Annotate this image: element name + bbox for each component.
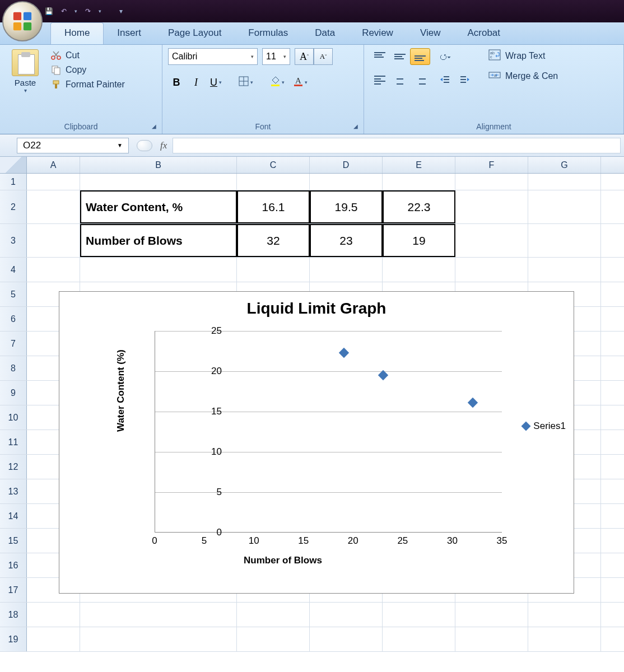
embedded-chart[interactable]: Liquid Limit Graph Water Content (%) Num… — [59, 291, 574, 594]
row-header[interactable]: 12 — [0, 455, 27, 479]
cell-B3[interactable]: Number of Blows — [80, 224, 237, 257]
align-center-button[interactable] — [390, 72, 410, 88]
tab-home[interactable]: Home — [50, 22, 104, 44]
column-header-G[interactable]: G — [528, 157, 601, 173]
font-dialog-launcher-icon[interactable]: ◢ — [353, 123, 361, 131]
tab-review[interactable]: Review — [348, 23, 407, 44]
align-middle-button[interactable] — [390, 48, 410, 65]
underline-button[interactable]: U — [207, 73, 225, 92]
cell-B2[interactable]: Water Content, % — [80, 190, 237, 223]
wrap-text-button[interactable]: abc Wrap Text — [486, 48, 560, 64]
font-name-combo[interactable]: Calibri▾ — [168, 48, 258, 65]
cell-E19[interactable] — [383, 627, 455, 651]
borders-button[interactable] — [236, 73, 256, 92]
align-right-button[interactable] — [410, 72, 430, 88]
cell-D1[interactable] — [310, 174, 383, 190]
cell-D18[interactable] — [310, 603, 383, 627]
tab-formulas[interactable]: Formulas — [235, 23, 301, 44]
office-button[interactable] — [2, 1, 43, 41]
cell-C3[interactable]: 32 — [237, 224, 310, 257]
cell-B4[interactable] — [80, 258, 237, 282]
cell-A1[interactable] — [27, 174, 80, 190]
cell-E4[interactable] — [383, 258, 455, 282]
row-header[interactable]: 13 — [0, 479, 27, 503]
row-header[interactable]: 5 — [0, 282, 27, 306]
font-size-combo[interactable]: 11▾ — [262, 48, 290, 65]
column-header-D[interactable]: D — [310, 157, 383, 173]
row-header[interactable]: 18 — [0, 603, 27, 627]
cell-A4[interactable] — [27, 258, 80, 282]
undo-icon[interactable]: ↶ — [61, 7, 67, 15]
column-header-A[interactable]: A — [27, 157, 80, 173]
cell-A3[interactable] — [27, 224, 80, 257]
orientation-button[interactable]: ⭯▾ — [435, 48, 455, 65]
cell-D2[interactable]: 19.5 — [310, 190, 383, 223]
cell-F3[interactable] — [455, 224, 528, 257]
row-header[interactable]: 17 — [0, 578, 27, 602]
row-header[interactable]: 9 — [0, 381, 27, 405]
shrink-font-button[interactable]: Aˇ — [314, 48, 333, 65]
cell-F19[interactable] — [455, 627, 528, 651]
row-header[interactable]: 8 — [0, 356, 27, 380]
row-header[interactable]: 16 — [0, 553, 27, 577]
redo-icon[interactable]: ↷ — [85, 7, 91, 15]
italic-button[interactable]: I — [188, 73, 204, 92]
save-icon[interactable]: 💾 — [45, 7, 53, 15]
undo-dropdown-icon[interactable]: ▾ — [74, 8, 77, 14]
cell-E3[interactable]: 19 — [383, 224, 455, 257]
cell-B1[interactable] — [80, 174, 237, 190]
cell-G1[interactable] — [528, 174, 601, 190]
paste-dropdown-icon[interactable]: ▾ — [6, 87, 45, 94]
row-header[interactable]: 4 — [0, 258, 27, 282]
row-header[interactable]: 11 — [0, 430, 27, 454]
row-header[interactable]: 3 — [0, 224, 27, 257]
qat-customize-icon[interactable]: ▾ — [119, 7, 123, 15]
cell-F4[interactable] — [455, 258, 528, 282]
grow-font-button[interactable]: Aˆ — [295, 48, 314, 65]
tab-acrobat[interactable]: Acrobat — [454, 23, 514, 44]
cell-C19[interactable] — [237, 627, 310, 651]
row-header[interactable]: 2 — [0, 190, 27, 223]
row-header[interactable]: 15 — [0, 529, 27, 553]
cell-G4[interactable] — [528, 258, 601, 282]
cell-E1[interactable] — [383, 174, 455, 190]
column-header-B[interactable]: B — [80, 157, 237, 173]
paste-button[interactable]: Paste ▾ — [6, 48, 45, 94]
cell-F2[interactable] — [455, 190, 528, 223]
cell-F1[interactable] — [455, 174, 528, 190]
cut-button[interactable]: Cut — [48, 49, 127, 62]
font-color-button[interactable]: A — [290, 73, 310, 92]
cell-D4[interactable] — [310, 258, 383, 282]
increase-indent-button[interactable] — [455, 72, 475, 88]
row-header[interactable]: 10 — [0, 405, 27, 430]
cell-B18[interactable] — [80, 603, 237, 627]
cell-D3[interactable]: 23 — [310, 224, 383, 257]
chevron-down-icon[interactable]: ▼ — [117, 142, 123, 148]
cell-E2[interactable]: 22.3 — [383, 190, 455, 223]
tab-page-layout[interactable]: Page Layout — [155, 23, 235, 44]
cell-A19[interactable] — [27, 627, 80, 651]
row-header[interactable]: 7 — [0, 332, 27, 356]
cell-D19[interactable] — [310, 627, 383, 651]
row-header[interactable]: 6 — [0, 307, 27, 331]
tab-data[interactable]: Data — [301, 23, 348, 44]
align-left-button[interactable] — [370, 72, 390, 88]
row-header[interactable]: 1 — [0, 174, 27, 190]
column-header-E[interactable]: E — [383, 157, 455, 173]
align-bottom-button[interactable] — [410, 48, 430, 65]
cell-G3[interactable] — [528, 224, 601, 257]
row-header[interactable]: 14 — [0, 504, 27, 528]
column-header-F[interactable]: F — [455, 157, 528, 173]
cell-A2[interactable] — [27, 190, 80, 223]
select-all-corner[interactable] — [0, 157, 27, 173]
cell-G18[interactable] — [528, 603, 601, 627]
tab-insert[interactable]: Insert — [104, 23, 155, 44]
decrease-indent-button[interactable] — [435, 72, 455, 88]
cell-C4[interactable] — [237, 258, 310, 282]
formula-input[interactable] — [173, 138, 621, 153]
cell-B19[interactable] — [80, 627, 237, 651]
column-header-C[interactable]: C — [237, 157, 310, 173]
copy-button[interactable]: Copy — [48, 64, 127, 76]
cell-G19[interactable] — [528, 627, 601, 651]
tab-view[interactable]: View — [407, 23, 454, 44]
